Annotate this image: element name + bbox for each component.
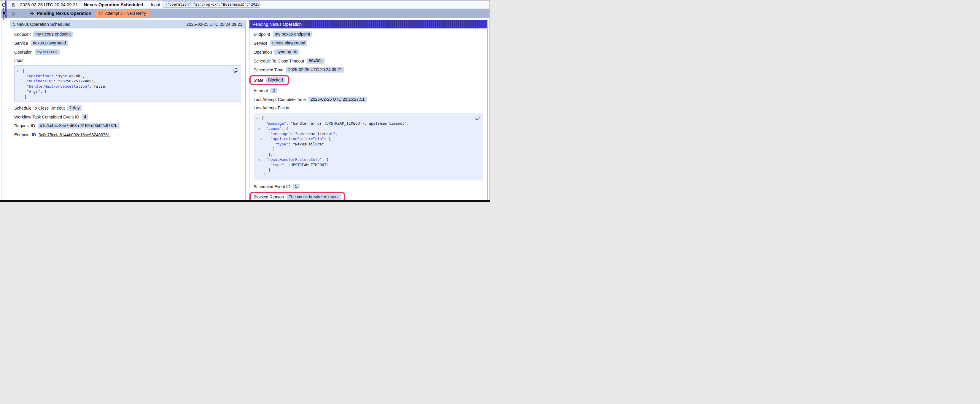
field-row-operation: Operationsync-op-ok <box>254 49 483 55</box>
selection-accent-bar <box>5 1 7 18</box>
field-value-badge: my-nexus-endpoint <box>273 32 312 37</box>
timeline-node-filled-circle[interactable] <box>2 11 6 15</box>
input-summary-chip: {"Operation":"sync-op-ok","BusinessID":"… <box>162 2 261 8</box>
field-value-badge: nexus-playground <box>270 40 307 46</box>
copy-icon[interactable] <box>233 68 238 73</box>
code-line: ∨{ <box>14 68 229 73</box>
endpoint-id-link[interactable]: 3c0c75ccfa8144b092c13ce632463761 <box>38 132 110 137</box>
pending-operation-header: Pending Nexus Operation <box>250 20 487 29</box>
event-title: Nexus Operation Scheduled <box>84 2 143 7</box>
pending-operation-header-title: Pending Nexus Operation <box>252 22 302 27</box>
event-row-nexus-operation-scheduled[interactable]: 5 2025-02-25 UTC 20:24:09.21 Nexus Opera… <box>2 1 489 9</box>
code-line: "Operation": "sync-op-ok", <box>14 73 229 79</box>
field-value-badge: The circuit breaker is open. <box>286 194 341 200</box>
annotation-highlight-blocked-reason: Blocked ReasonThe circuit breaker is ope… <box>250 192 345 200</box>
code-line: ∨"nexusHandlerFailureInfo": { <box>254 157 471 162</box>
code-line: } <box>254 173 471 178</box>
field-value-badge: 4 <box>82 114 88 120</box>
code-line: "type": "NexusFailure" <box>254 142 471 147</box>
scrollbar-track[interactable] <box>490 1 490 200</box>
field-label: Scheduled Event ID <box>254 184 290 189</box>
chevron-down-icon[interactable]: ∨ <box>260 136 262 142</box>
field-label: Endpoint <box>254 32 270 37</box>
code-line: } <box>254 147 471 152</box>
input-json-viewer: ∨{"Operation": "sync-op-ok","BusinessID"… <box>14 65 241 102</box>
timeline-node-open-circle[interactable] <box>2 3 6 6</box>
failure-json-viewer: ∨{"message": "handler error (UPSTREAM_TI… <box>254 113 483 181</box>
code-line: "BusinessID": "20250225122409", <box>14 79 229 84</box>
pending-title: Pending Nexus Operation <box>37 11 91 16</box>
event-detail-header-title: 5 Nexus Operation Scheduled <box>13 22 70 27</box>
field-row-attempt: Attempt2 <box>254 88 483 93</box>
pending-nexus-operation-row[interactable]: 5 Pending Nexus Operation Attempt 2 · Ne… <box>2 9 489 18</box>
code-line: "HandlerWaitForCancellation": false, <box>14 84 229 89</box>
input-summary-label: Input <box>151 2 160 7</box>
field-row-endpoint: Endpointmy-nexus-endpoint <box>14 32 241 37</box>
annotation-highlight-state: StateBlocked <box>250 75 289 85</box>
retry-badge-label: Attempt 2 · Next Retry <box>105 11 146 16</box>
code-line: "message": "upstream timeout", <box>254 131 471 136</box>
input-section-label: Input <box>14 58 241 64</box>
pending-operation-panel: Pending Nexus Operation Endpointmy-nexus… <box>249 20 488 200</box>
field-label: Attempt <box>254 88 268 93</box>
window-left-edge <box>1 1 2 200</box>
field-label: Last Attempt Complete Time <box>254 97 306 102</box>
event-detail-fields-bottom: Schedule To Close Timeout1 dayWorkflow T… <box>14 105 241 138</box>
window-bottom-edge <box>0 200 490 202</box>
field-value-badge: my-nexus-endpoint <box>33 32 73 37</box>
field-label: Endpoint <box>14 32 30 37</box>
pending-fields-bottom: Scheduled Event ID5Blocked ReasonThe cir… <box>254 184 483 200</box>
pending-event-id-link[interactable]: 5 <box>12 11 14 16</box>
temporal-event-history-screen: 5 2025-02-25 UTC 20:24:09.21 Nexus Opera… <box>0 0 490 202</box>
field-label: Blocked Reason <box>254 195 284 199</box>
chevron-down-icon[interactable]: ∨ <box>256 116 258 121</box>
code-line: "type": "UPSTREAM_TIMEOUT" <box>254 162 471 168</box>
retry-icon <box>99 11 103 16</box>
field-label: Schedule To Close Timeout <box>254 59 304 63</box>
field-row-state: StateBlocked <box>254 77 285 83</box>
field-value-badge: 1 day <box>67 105 81 111</box>
field-label: Schedule To Close Timeout <box>14 106 65 111</box>
field-row-request-id: Request IDb1c6a4bc-8ee7-468a-9169-df3b02… <box>14 123 241 128</box>
field-value-badge: 2 <box>270 88 277 93</box>
event-id-link[interactable]: 5 <box>12 2 14 7</box>
field-row-scheduled-time: Scheduled Time2025-02-25 UTC 20:24:09.21 <box>254 67 483 73</box>
field-value-badge: nexus-playground <box>31 40 68 46</box>
field-label: Service <box>14 41 28 46</box>
field-label: Request ID <box>14 124 35 128</box>
event-detail-header: 5 Nexus Operation Scheduled 2025-02-25 U… <box>10 20 245 29</box>
field-label: Endpoint ID <box>14 132 36 137</box>
field-row-schedule-to-close-timeout: Schedule To Close Timeout86400s <box>254 58 483 64</box>
field-value-badge: sync-op-ok <box>274 49 299 55</box>
field-value-badge: 86400s <box>307 58 325 64</box>
field-row-service: Servicenexus-playground <box>14 40 241 46</box>
field-label: Service <box>254 41 267 46</box>
asterisk-icon <box>29 11 34 16</box>
event-timestamp: 2025-02-25 UTC 20:24:09.21 <box>20 2 78 7</box>
field-row-last-attempt-complete-time: Last Attempt Complete Time2025-02-25 UTC… <box>254 97 483 102</box>
code-line: ∨{ <box>254 116 471 121</box>
code-line: } <box>14 94 229 100</box>
field-row-scheduled-event-id: Scheduled Event ID5 <box>254 184 483 189</box>
code-line: }, <box>254 152 471 157</box>
field-value-badge: Blocked <box>266 77 285 83</box>
chevron-down-icon[interactable]: ∨ <box>258 157 260 163</box>
chevron-down-icon[interactable]: ∨ <box>258 126 260 131</box>
code-line: "message": "handler error (UPSTREAM_TIME… <box>254 121 471 126</box>
field-row-endpoint-id: Endpoint ID3c0c75ccfa8144b092c13ce632463… <box>14 132 241 138</box>
copy-icon[interactable] <box>475 115 480 120</box>
chevron-down-icon[interactable]: ∨ <box>17 68 19 74</box>
code-line: ∨"cause": { <box>254 126 471 131</box>
field-row-endpoint: Endpointmy-nexus-endpoint <box>254 32 483 37</box>
field-label: Operation <box>14 50 32 54</box>
field-row-service: Servicenexus-playground <box>254 40 483 46</box>
field-row-schedule-to-close-timeout: Schedule To Close Timeout1 day <box>14 105 241 111</box>
field-label: Workflow Task Completed Event ID <box>14 115 79 119</box>
pending-fields-top: Endpointmy-nexus-endpointServicenexus-pl… <box>254 32 483 102</box>
field-value-badge: 5 <box>293 184 299 189</box>
event-detail-fields-top: Endpointmy-nexus-endpointServicenexus-pl… <box>14 32 241 55</box>
field-value-badge: b1c6a4bc-8ee7-468a-9169-df3b02c8737b <box>38 123 119 128</box>
field-label: State <box>254 78 263 82</box>
code-line: } <box>254 167 471 173</box>
event-detail-header-timestamp: 2025-02-25 UTC 20:24:09.21 <box>186 22 242 27</box>
